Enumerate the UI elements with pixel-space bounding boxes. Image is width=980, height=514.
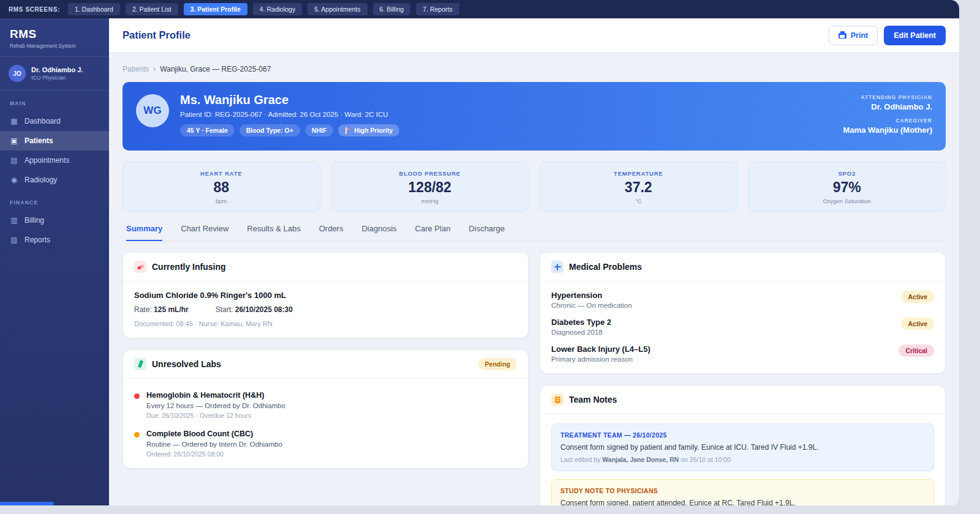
screen-tab-reports[interactable]: 7. Reports (416, 3, 459, 15)
patient-banner: WG Ms. Wanjiku Grace Patient ID: REG-202… (123, 82, 946, 151)
pending-badge: Pending (478, 358, 517, 370)
tab-results-labs[interactable]: Results & Labs (247, 224, 300, 240)
sidebar-item-dashboard[interactable]: ▦ Dashboard (0, 111, 109, 131)
sidebar-item-reports[interactable]: ▧ Reports (0, 230, 109, 250)
main-area: Patient Profile Print Edit Patient Patie… (109, 18, 959, 505)
tab-diagnosis[interactable]: Diagnosis (361, 224, 396, 240)
tab-chart-review[interactable]: Chart Review (181, 224, 228, 240)
patient-name: Ms. Wanjiku Grace (180, 93, 399, 107)
note-icon (551, 393, 564, 406)
screen-tab-dashboard[interactable]: 1. Dashboard (68, 3, 120, 15)
note-heading: STUDY NOTE TO PHYSICIANS (560, 487, 925, 494)
vital-blood-pressure: BLOOD PRESSURE 128/82 mmHg (331, 162, 529, 212)
horizontal-scrollbar[interactable] (0, 502, 54, 505)
edit-patient-button[interactable]: Edit Patient (884, 26, 946, 45)
dashboard-icon: ▦ (10, 117, 18, 125)
header-actions: Print Edit Patient (829, 26, 946, 45)
vital-label: TEMPERATURE (540, 170, 737, 177)
lab-name: Complete Blood Count (CBC) (146, 430, 282, 438)
problem-detail: Primary admission reason (551, 356, 650, 363)
screens-bar: RMS SCREENS: 1. Dashboard 2. Patient Lis… (0, 0, 959, 18)
card-title: Team Notes (569, 395, 617, 404)
vital-label: BLOOD PRESSURE (332, 170, 529, 177)
note-treatment-team: TREATMENT TEAM — 26/10/2025 Consent form… (551, 423, 934, 471)
infusion-start: Start: 26/10/2025 08:30 (216, 305, 293, 314)
page-header: Patient Profile Print Edit Patient (109, 18, 959, 53)
card-title: Unresolved Labs (152, 359, 221, 369)
vital-spo2: SPO2 97% Oxygen Saturation (748, 162, 946, 212)
chip-high-priority: High Priority (338, 124, 399, 136)
vitals-row: HEART RATE 88 bpm BLOOD PRESSURE 128/82 … (123, 162, 946, 212)
sidebar-section-finance: FINANCE (0, 190, 109, 210)
problem-hypertension: Hypertension Chronic — On medication Act… (551, 291, 934, 309)
vital-unit: Oxygen Saturation (749, 198, 946, 204)
screen-tab-patient-list[interactable]: 2. Patient List (126, 3, 178, 15)
screen-tab-patient-profile[interactable]: 3. Patient Profile (184, 3, 247, 15)
reports-icon: ▧ (10, 236, 18, 244)
active-badge: Active (901, 291, 934, 303)
unresolved-labs-card: Unresolved Labs Pending Hemoglobin & Hem… (123, 349, 529, 469)
lab-name: Hemoglobin & Hematocrit (H&H) (146, 391, 285, 400)
unresolved-labs-header: Unresolved Labs Pending (123, 350, 528, 379)
problem-name: Hypertension (551, 291, 632, 300)
patients-icon: ▣ (10, 136, 18, 145)
tab-discharge[interactable]: Discharge (469, 224, 505, 240)
user-role: ICU Physician (31, 75, 83, 81)
card-title: Medical Problems (569, 262, 642, 272)
problem-name: Lower Back Injury (L4–L5) (551, 345, 650, 354)
vital-value: 128/82 (332, 179, 529, 196)
vital-value: 37.2 (540, 179, 737, 196)
vital-value: 88 (123, 179, 320, 196)
tab-orders[interactable]: Orders (319, 224, 344, 240)
radiology-icon: ◉ (10, 176, 18, 184)
problem-back-injury: Lower Back Injury (L4–L5) Primary admiss… (551, 345, 934, 363)
vital-heart-rate: HEART RATE 88 bpm (123, 162, 320, 212)
lab-sub: Ordered: 26/10/2025 08:00 (146, 450, 282, 458)
problem-name: Diabetes Type 2 (551, 318, 611, 327)
sidebar-item-radiology[interactable]: ◉ Radiology (0, 170, 109, 190)
currently-infusing-body: Sodium Chloride 0.9% Ringer's 1000 mL Ra… (123, 281, 528, 338)
note-heading: TREATMENT TEAM — 26/10/2025 (560, 431, 925, 439)
sidebar-item-billing[interactable]: ▥ Billing (0, 210, 109, 230)
sidebar-item-appointments[interactable]: ▤ Appointments (0, 151, 109, 170)
billing-icon: ▥ (10, 216, 18, 225)
page-title: Patient Profile (123, 29, 190, 41)
screen-tab-billing[interactable]: 6. Billing (373, 3, 411, 15)
note-body: Consent form signed, patient attended. E… (560, 499, 925, 505)
medical-problems-header: Medical Problems (540, 253, 945, 281)
printer-icon (839, 33, 846, 39)
sidebar-item-patients[interactable]: ▣ Patients (0, 131, 109, 151)
tab-summary[interactable]: Summary (126, 224, 162, 241)
breadcrumb: Patients › Wanjiku, Grace — REG-2025-067 (123, 65, 946, 73)
stethoscope-icon (551, 261, 564, 273)
screen-tab-radiology[interactable]: 4. Radiology (253, 3, 302, 15)
problem-detail: Chronic — On medication (551, 302, 632, 309)
left-column: Currently Infusing Sodium Chloride 0.9% … (123, 252, 529, 469)
sidebar-user[interactable]: JO Dr. Odhiambo J. ICU Physician (0, 57, 109, 91)
patient-chips: 45 Y · Female Blood Type: O+ NHIF High P… (180, 124, 399, 136)
app-logo-subtitle: Rehab Management System (10, 43, 99, 49)
problem-diabetes: Diabetes Type 2 Diagnosed 2018 Active (551, 318, 934, 336)
breadcrumb-patients-link[interactable]: Patients (123, 65, 149, 73)
breadcrumb-current: Wanjiku, Grace — REG-2025-067 (160, 65, 271, 73)
print-button[interactable]: Print (829, 26, 878, 45)
lab-item-hh: Hemoglobin & Hematocrit (H&H) Every 12 h… (134, 391, 517, 419)
appointments-icon: ▤ (10, 156, 18, 165)
infusion-documented: Documented: 08:45 · Nurse: Kamau, Mary R… (134, 320, 517, 327)
tab-care-plan[interactable]: Care Plan (415, 224, 451, 240)
infusion-drug-name: Sodium Chloride 0.9% Ringer's 1000 mL (134, 291, 517, 300)
unresolved-labs-body: Hemoglobin & Hematocrit (H&H) Every 12 h… (123, 379, 528, 468)
sidebar: RMS Rehab Management System JO Dr. Odhia… (0, 18, 109, 505)
patient-avatar: WG (136, 94, 169, 127)
screen-tab-appointments[interactable]: 5. Appointments (307, 3, 367, 15)
screens-bar-label: RMS SCREENS: (9, 6, 60, 13)
lab-sub: Due: 26/10/2025 · Overdue 12 hours (146, 412, 285, 419)
lab-detail: Routine — Ordered by Intern Dr. Odhiambo (146, 441, 282, 448)
note-footer: Last edited by Wanjala, Jane Donse, RN o… (560, 456, 925, 463)
note-body: Consent form signed by patient and famil… (560, 443, 925, 452)
sidebar-item-label: Patients (24, 136, 53, 145)
sidebar-section-main: MAIN (0, 91, 109, 111)
team-notes-body: TREATMENT TEAM — 26/10/2025 Consent form… (540, 414, 945, 505)
sidebar-item-label: Dashboard (24, 117, 61, 125)
infusion-icon (134, 261, 146, 273)
